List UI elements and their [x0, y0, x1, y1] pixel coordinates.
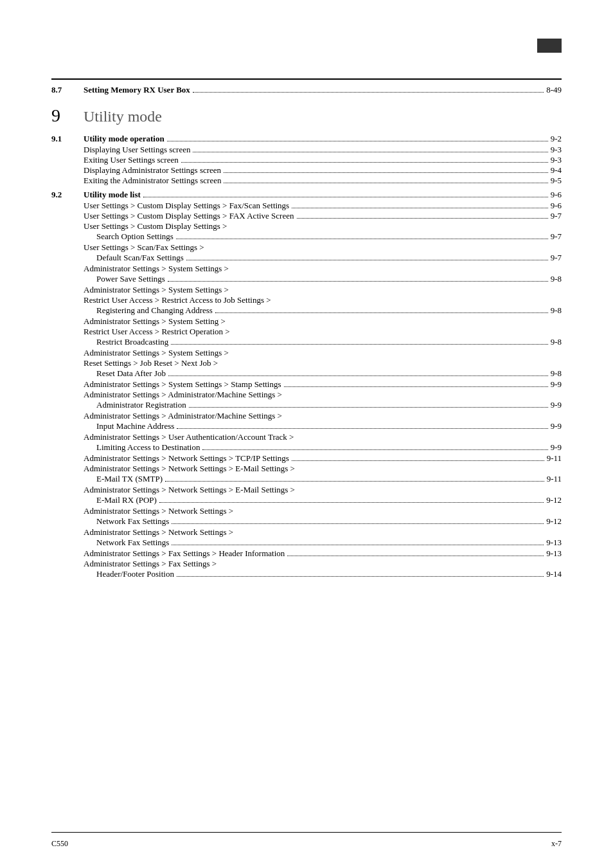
list-item: Administrator Settings > Fax Settings > …: [84, 548, 562, 559]
list-item: Displaying Administrator Settings screen…: [84, 165, 562, 176]
entry-path: User Settings > Custom Display Settings …: [84, 221, 227, 231]
entry-path: Administrator Settings > Network Setting…: [84, 485, 295, 495]
entry-label: E-Mail RX (POP): [96, 495, 157, 505]
list-item: Exiting User Settings screen 9-3: [84, 155, 562, 165]
entry-path: Administrator Settings > Network Setting…: [84, 527, 233, 538]
entry-path: Administrator Settings > Administrator/M…: [84, 390, 282, 400]
section-87-num: 8.7: [51, 85, 84, 95]
entry-path: Administrator Settings > Network Setting…: [84, 506, 233, 516]
entry-path: Administrator Settings > System Settings…: [84, 285, 229, 295]
entry-sub-path: Restrict User Access > Restrict Operatio…: [84, 327, 230, 337]
page-ref: 9-13: [546, 548, 562, 559]
page-ref: 9-14: [546, 569, 562, 579]
entry-label: Power Save Settings: [96, 274, 165, 284]
chapter-9-title: Utility mode: [84, 108, 162, 125]
dots: [292, 208, 547, 208]
list-item: Administrator Settings > Administrator/M…: [84, 411, 562, 431]
page-ref: 9-8: [551, 305, 562, 316]
list-item: Administrator Settings > Network Setting…: [84, 464, 562, 484]
section-92-title: Utility mode list: [84, 190, 141, 200]
list-item: Administrator Settings > System Settings…: [84, 285, 562, 316]
section-87-title: Setting Memory RX User Box: [84, 85, 190, 95]
page-ref: 9-13: [546, 538, 562, 548]
entry-label: Search Option Settings: [96, 231, 173, 242]
page-ref: 9-11: [547, 474, 562, 484]
page-ref: 9-8: [551, 337, 562, 347]
list-item: User Settings > Scan/Fax Settings > Defa…: [84, 242, 562, 263]
entry-label: Exiting the Administrator Settings scree…: [84, 176, 221, 186]
entry-path: Administrator Settings > System Settings…: [84, 348, 229, 358]
list-item: Administrator Settings > Fax Settings > …: [84, 559, 562, 579]
entry-label: Administrator Registration: [96, 400, 186, 410]
entry-label: Displaying User Settings screen: [84, 145, 190, 155]
section-87-page: 8-49: [546, 85, 562, 95]
dots: [202, 449, 547, 450]
footer: C550 x-7: [51, 839, 562, 849]
dots: [171, 344, 547, 345]
section-92: 9.2 Utility mode list 9-6 User Settings …: [51, 190, 562, 579]
bottom-rule: [51, 832, 562, 833]
list-item: Administrator Settings > System Setting …: [84, 316, 562, 347]
page-ref: 9-4: [551, 165, 562, 176]
chapter-9-heading: 9 Utility mode: [51, 105, 562, 126]
dots: [224, 172, 548, 173]
section-91-num: 9.1: [51, 134, 84, 144]
dots: [224, 183, 547, 183]
entry-path: Administrator Settings > User Authentica…: [84, 432, 294, 442]
list-item: User Settings > Custom Display Settings …: [84, 201, 562, 211]
dots: [168, 375, 548, 376]
dots: [287, 556, 544, 556]
dots: [292, 460, 544, 461]
dots: [168, 281, 548, 282]
entry-label: Registering and Changing Address: [96, 305, 213, 316]
dots-92: [143, 197, 548, 197]
list-item: Administrator Settings > System Settings…: [84, 264, 562, 284]
list-item: Administrator Settings > Network Setting…: [84, 527, 562, 548]
page-ref: 9-3: [551, 155, 562, 165]
section-91-page: 9-2: [551, 134, 562, 144]
list-item: Administrator Settings > Network Setting…: [84, 506, 562, 527]
entry-label: Displaying Administrator Settings screen: [84, 165, 221, 176]
page-ref: 9-6: [551, 201, 562, 211]
dots: [297, 218, 548, 219]
entry-label: Default Scan/Fax Settings: [96, 253, 184, 263]
page-ref: 9-9: [551, 421, 562, 431]
chapter-tab: [537, 39, 562, 53]
top-bar: [51, 39, 562, 53]
entry-path: Administrator Settings > System Setting …: [84, 316, 226, 327]
entry-label: Header/Footer Position: [96, 569, 174, 579]
footer-left: C550: [51, 839, 68, 849]
entry-path: Administrator Settings > Fax Settings >: [84, 559, 217, 569]
entry-label: Exiting User Settings screen: [84, 155, 179, 165]
page-ref: 9-8: [551, 368, 562, 379]
dots: [177, 576, 544, 577]
list-item: Administrator Settings > Network Setting…: [84, 453, 562, 464]
entry-path: Administrator Settings > Fax Settings > …: [84, 548, 285, 559]
entry-label: Input Machine Address: [96, 421, 174, 431]
page-ref: 9-8: [551, 274, 562, 284]
dots: [193, 152, 547, 152]
entry-label: E-Mail TX (SMTP): [96, 474, 163, 484]
page: 8.7 Setting Memory RX User Box 8-49 9 Ut…: [0, 0, 613, 868]
dots: [176, 239, 548, 239]
section-91: 9.1 Utility mode operation 9-2 Displayin…: [51, 134, 562, 186]
page-ref: 9-3: [551, 145, 562, 155]
page-ref: 9-7: [551, 231, 562, 242]
dots-91: [167, 141, 548, 141]
page-ref: 9-12: [546, 495, 562, 505]
dots: [284, 386, 548, 387]
entry-label: Restrict Broadcasting: [96, 337, 168, 347]
dots: [189, 407, 548, 408]
section-87: 8.7 Setting Memory RX User Box 8-49: [51, 85, 562, 95]
entry-label: Limiting Access to Destination: [96, 442, 200, 453]
entry-path: User Settings > Custom Display Settings …: [84, 201, 289, 211]
list-item: User Settings > Custom Display Settings …: [84, 221, 562, 242]
page-ref: 9-9: [551, 379, 562, 390]
list-item: Displaying User Settings screen 9-3: [84, 145, 562, 155]
dots: [177, 428, 547, 429]
list-item: Administrator Settings > Network Setting…: [84, 485, 562, 505]
page-ref: 9-12: [546, 516, 562, 527]
list-item: Exiting the Administrator Settings scree…: [84, 176, 562, 186]
list-item: Administrator Settings > System Settings…: [84, 348, 562, 379]
entry-sub-path: Restrict User Access > Restrict Access t…: [84, 295, 271, 305]
